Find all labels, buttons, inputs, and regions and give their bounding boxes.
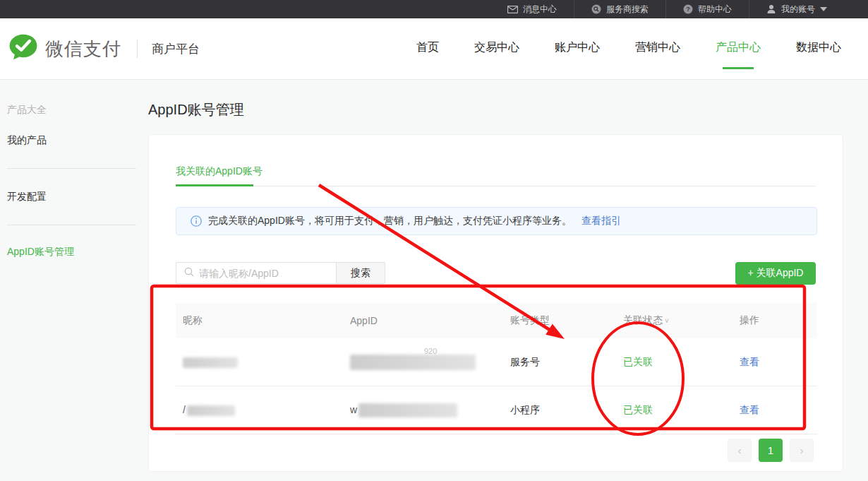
col-header-actions: 操作 [733, 314, 817, 327]
redacted-blur-block [183, 357, 238, 368]
cell-account-type: 服务号 [503, 356, 616, 369]
nickname-prefix: / [183, 404, 186, 415]
search-icon [184, 267, 194, 280]
portal-name: 商户平台 [152, 41, 200, 57]
sidebar-divider [7, 168, 136, 169]
mail-icon [507, 6, 518, 13]
banner-text: 完成关联的AppID账号，将可用于支付，营销，用户触达，支付凭证小程序等业务。 [208, 215, 572, 227]
status-badge: 已关联 [616, 356, 733, 369]
col-header-link-status[interactable]: 关联状态˅ [616, 314, 733, 327]
cell-appid-redacted: w [343, 403, 503, 417]
user-icon [766, 4, 776, 14]
search-input[interactable] [199, 268, 323, 279]
nav-item-data[interactable]: 数据中心 [796, 40, 841, 58]
svg-text:?: ? [686, 6, 690, 13]
topbar-item-label: 帮助中心 [698, 4, 732, 16]
redacted-blur-block [187, 405, 235, 416]
brand[interactable]: 微信支付 [8, 33, 121, 64]
wechat-pay-logo-icon [8, 33, 38, 64]
tab-divider [176, 186, 816, 186]
topbar-item-messages[interactable]: 消息中心 [490, 0, 574, 18]
sidebar-section-products: 产品大全 [7, 104, 47, 117]
topbar-item-label: 我的账号 [781, 4, 815, 16]
question-circle-icon: ? [683, 4, 693, 14]
brand-divider [137, 40, 138, 58]
topbar-item-label: 消息中心 [523, 4, 557, 16]
cell-account-type: 小程序 [503, 404, 616, 417]
info-icon [191, 215, 202, 227]
brand-name: 微信支付 [45, 37, 121, 61]
redacted-blur-block [358, 403, 457, 417]
chevron-down-icon [820, 7, 827, 11]
view-action-link[interactable]: 查看 [740, 356, 759, 367]
sidebar-item-appid-management[interactable]: AppID账号管理 [7, 246, 74, 259]
tab-my-linked-appids[interactable]: 我关联的AppID账号 [176, 165, 263, 178]
tab-active-underline [176, 184, 253, 186]
page-title: AppID账号管理 [148, 100, 244, 119]
table-row: / w 小程序 已关联 查看 [176, 386, 817, 434]
topbar-item-provider-search[interactable]: 服务商搜索 [574, 0, 665, 18]
col-header-appid: AppID [343, 315, 503, 326]
nav-item-transactions[interactable]: 交易中心 [474, 40, 519, 58]
col-header-nickname: 昵称 [176, 314, 343, 327]
topbar-item-help[interactable]: ? 帮助中心 [665, 0, 749, 18]
sidebar-divider [7, 225, 136, 225]
nav-item-products[interactable]: 产品中心 [716, 40, 761, 58]
utility-topbar: 消息中心 服务商搜索 ? 帮助中心 我的账号 [0, 0, 868, 18]
col-header-account-type: 账号类型 [503, 314, 616, 327]
pagination: ‹ 1 › [728, 439, 814, 462]
associate-appid-button[interactable]: + 关联AppID [735, 262, 816, 285]
main-nav: 首页 交易中心 账户中心 营销中心 产品中心 数据中心 [416, 40, 868, 58]
view-action-link[interactable]: 查看 [740, 404, 759, 415]
nav-item-marketing[interactable]: 营销中心 [635, 40, 680, 58]
appid-fragment: 920 [424, 347, 437, 355]
status-badge: 已关联 [616, 404, 733, 417]
info-banner: 完成关联的AppID账号，将可用于支付，营销，用户触达，支付凭证小程序等业务。 … [176, 207, 817, 235]
sidebar-item-my-products[interactable]: 我的产品 [7, 134, 47, 147]
sidebar: 产品大全 我的产品 开发配置 AppID账号管理 [0, 80, 138, 481]
nav-item-home[interactable]: 首页 [416, 40, 439, 58]
prev-page-button[interactable]: ‹ [728, 439, 752, 462]
search-box [176, 262, 336, 284]
next-page-button[interactable]: › [790, 439, 814, 462]
content-card: 我关联的AppID账号 完成关联的AppID账号，将可用于支付，营销，用户触达，… [148, 134, 843, 472]
appid-table: 昵称 AppID 账号类型 关联状态˅ 操作 920 服务号 已关联 查看 / … [176, 303, 817, 434]
table-header-row: 昵称 AppID 账号类型 关联状态˅ 操作 [176, 303, 817, 338]
appid-prefix: w [350, 403, 357, 415]
topbar-item-account[interactable]: 我的账号 [749, 0, 844, 18]
table-row: 920 服务号 已关联 查看 [176, 338, 817, 386]
search-button[interactable]: 搜索 [336, 262, 385, 284]
sidebar-item-dev-config[interactable]: 开发配置 [7, 191, 47, 203]
nav-item-account[interactable]: 账户中心 [555, 40, 600, 58]
sort-caret-icon[interactable]: ˅ [665, 317, 669, 325]
topbar-item-label: 服务商搜索 [606, 4, 649, 16]
redacted-blur-block [350, 355, 476, 370]
main-header: 微信支付 商户平台 首页 交易中心 账户中心 营销中心 产品中心 数据中心 [0, 18, 868, 80]
page-1-button[interactable]: 1 [759, 439, 783, 462]
cell-nickname-redacted: / [176, 404, 343, 416]
cell-appid-redacted: 920 [343, 355, 503, 370]
search-circle-icon [591, 4, 601, 14]
view-guide-link[interactable]: 查看指引 [581, 215, 621, 227]
cell-nickname-redacted [176, 356, 343, 368]
